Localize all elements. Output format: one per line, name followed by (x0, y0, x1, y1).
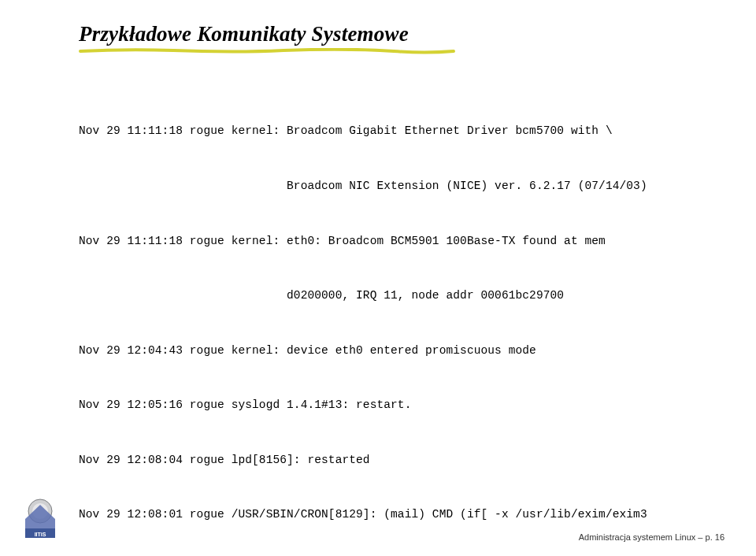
svg-text:IITiS: IITiS (35, 532, 46, 537)
log-line: Nov 29 12:05:16 rogue syslogd 1.4.1#13: … (79, 396, 717, 414)
log-content: Nov 29 11:11:18 rogue kernel: Broadcom G… (79, 86, 717, 556)
log-line: Nov 29 12:08:01 rogue /USR/SBIN/CRON[812… (79, 506, 717, 524)
log-line: Broadcom NIC Extension (NICE) ver. 6.2.1… (79, 177, 717, 195)
log-line: d0200000, IRQ 11, node addr 00061bc29700 (79, 287, 717, 305)
university-logo: IITiS (16, 495, 65, 544)
log-line: Nov 29 11:11:18 rogue kernel: eth0: Broa… (79, 232, 717, 250)
title-underline (79, 48, 455, 54)
log-line: Nov 29 12:08:04 rogue lpd[8156]: restart… (79, 451, 717, 469)
log-line: Nov 29 11:11:18 rogue kernel: Broadcom G… (79, 122, 717, 140)
page-title: Przykładowe Komunikaty Systemowe (79, 22, 717, 46)
log-line: Nov 29 12:04:43 rogue kernel: device eth… (79, 342, 717, 360)
page-footer: Administracja systemem Linux – p. 16 (579, 532, 724, 542)
